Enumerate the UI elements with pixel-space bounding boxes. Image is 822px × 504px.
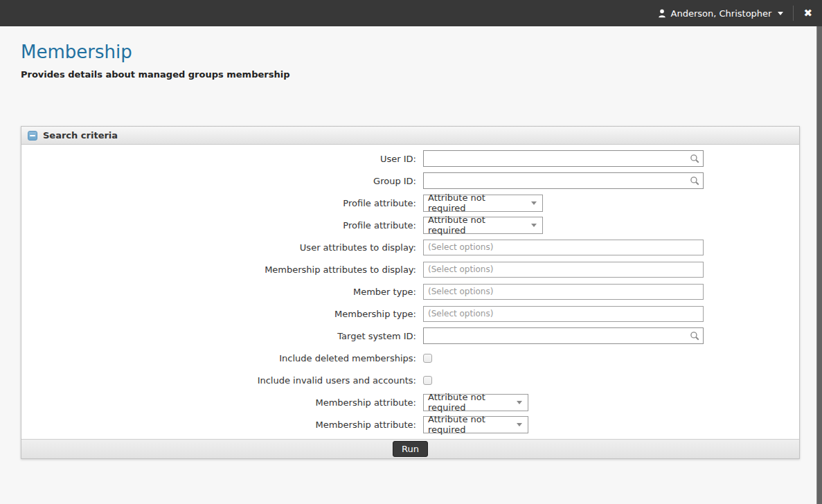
field-control: Attribute not required [423,416,528,433]
page-subtitle: Provides details about managed groups me… [21,69,289,80]
field-label: Membership attributes to display: [21,264,416,275]
selected-value: Attribute not required [428,192,524,213]
field-control [423,327,704,344]
panel-footer: Run [21,439,799,458]
chevron-down-icon [531,224,537,227]
field-row-member-type: Member type:(Select options) [21,280,799,303]
close-button[interactable]: ✖ [803,8,812,19]
chevron-down-icon [517,401,522,404]
membership-type-multiselect[interactable]: (Select options) [423,306,704,322]
placeholder-text: (Select options) [428,264,493,274]
field-control: (Select options) [423,284,704,300]
panel-title: Search criteria [43,130,118,141]
panel-header: Search criteria [21,127,799,145]
include-invalid-users-and-accounts-checkbox[interactable] [423,376,432,385]
field-control [423,354,432,363]
field-control: (Select options) [423,306,704,322]
field-control [423,150,704,167]
field-label: Target system ID: [21,331,416,341]
field-row-group-id: Group ID: [21,170,799,192]
minus-icon [30,135,35,136]
field-row-user-attributes-to-display: User attributes to display:(Select optio… [21,236,799,258]
search-icon[interactable] [690,154,700,167]
field-label: Include invalid users and accounts: [21,375,416,386]
field-control: Attribute not required [423,217,543,234]
user-id-input[interactable] [423,150,704,167]
group-id-input[interactable] [423,172,704,189]
selected-value: Attribute not required [428,414,510,435]
field-control: Attribute not required [423,195,543,212]
membership-attribute-2-select[interactable]: Attribute not required [423,416,528,433]
field-row-membership-attribute-2: Membership attribute:Attribute not requi… [21,413,799,435]
field-row-include-invalid-users-and-accounts: Include invalid users and accounts: [21,369,799,391]
field-control [423,172,704,189]
topbar-divider [793,6,794,21]
profile-attribute-select[interactable]: Attribute not required [423,195,543,212]
field-row-membership-type: Membership type:(Select options) [21,303,799,325]
field-label: Membership attribute: [21,420,416,430]
field-control: (Select options) [423,240,704,255]
member-type-multiselect[interactable]: (Select options) [423,284,704,300]
field-control: Attribute not required [423,394,528,411]
user-icon [657,8,667,18]
user-attributes-to-display-multiselect[interactable]: (Select options) [423,240,704,255]
field-row-user-id: User ID: [21,147,799,170]
chevron-down-icon [778,12,783,15]
field-label: Profile attribute: [21,198,416,208]
membership-attributes-to-display-multiselect[interactable]: (Select options) [423,262,704,278]
chevron-down-icon [531,201,537,205]
field-row-target-system-id: Target system ID: [21,325,799,347]
search-criteria-form: User ID:Group ID:Profile attribute:Attri… [21,145,799,439]
user-name: Anderson, Christopher [671,8,772,19]
field-row-include-deleted-memberships: Include deleted memberships: [21,347,799,369]
run-button[interactable]: Run [393,441,428,457]
field-label: Member type: [21,287,416,297]
search-icon[interactable] [690,331,700,344]
field-label: User attributes to display: [21,242,416,253]
profile-attribute-2-select[interactable]: Attribute not required [423,217,543,234]
collapse-button[interactable] [28,131,37,141]
page-title: Membership [21,42,132,62]
field-row-profile-attribute: Profile attribute:Attribute not required [21,192,799,214]
chevron-down-icon [517,423,522,426]
field-label: Membership type: [21,309,416,319]
search-icon[interactable] [690,176,700,189]
field-row-profile-attribute-2: Profile attribute:Attribute not required [21,214,799,236]
field-control: (Select options) [423,262,704,278]
topbar: Anderson, Christopher ✖ [0,0,822,26]
selected-value: Attribute not required [428,392,510,413]
field-row-membership-attributes-to-display: Membership attributes to display:(Select… [21,258,799,280]
placeholder-text: (Select options) [428,242,493,252]
placeholder-text: (Select options) [428,287,493,296]
field-row-membership-attribute: Membership attribute:Attribute not requi… [21,391,799,413]
placeholder-text: (Select options) [428,309,493,318]
selected-value: Attribute not required [428,215,524,235]
field-control [423,376,432,385]
scrollbar[interactable] [816,26,822,504]
field-label: Group ID: [21,176,416,186]
membership-attribute-select[interactable]: Attribute not required [423,394,528,411]
search-criteria-panel: Search criteria User ID:Group ID:Profile… [21,126,800,459]
close-icon: ✖ [803,7,812,19]
target-system-id-input[interactable] [423,327,704,344]
field-label: Membership attribute: [21,397,416,408]
field-label: Profile attribute: [21,220,416,231]
field-label: User ID: [21,154,416,164]
field-label: Include deleted memberships: [21,353,416,363]
include-deleted-memberships-checkbox[interactable] [423,354,432,363]
user-menu[interactable]: Anderson, Christopher [657,8,784,19]
